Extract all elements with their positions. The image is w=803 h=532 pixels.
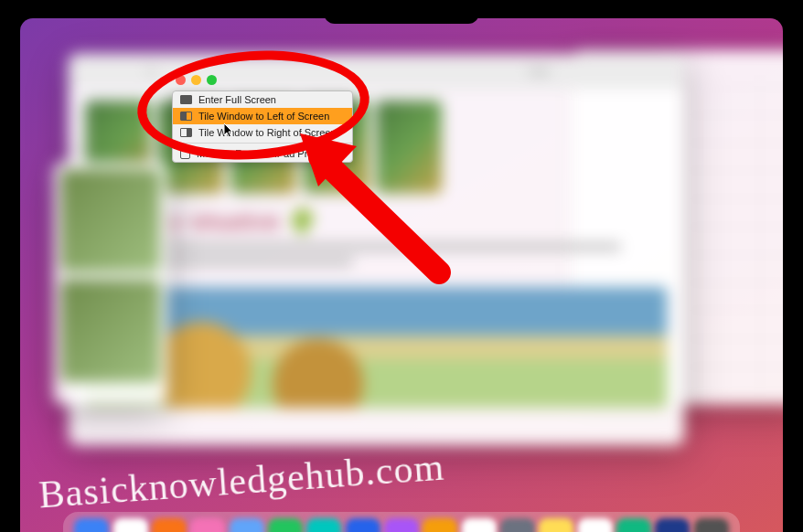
menu-separator: [173, 143, 352, 144]
toolbar-view-label: Vi: [147, 67, 155, 77]
tile-right-icon: [180, 128, 192, 137]
menu-item-enter-full-screen[interactable]: Enter Full Screen: [173, 91, 352, 108]
menu-item-label: Enter Full Screen: [198, 94, 276, 105]
fullscreen-icon: [180, 95, 192, 104]
window-traffic-lights: [172, 71, 391, 90]
menu-item-tile-left[interactable]: Tile Window to Left of Screen: [173, 108, 352, 124]
fullscreen-window-button[interactable]: [207, 75, 217, 85]
dock-app-icon[interactable]: [694, 518, 729, 532]
note-body-text: [85, 241, 667, 271]
close-window-button[interactable]: [176, 75, 186, 85]
menu-item-label: Tile Window to Left of Screen: [198, 111, 329, 122]
note-title: A prickly situation 🌵: [85, 205, 667, 236]
dock-app-icon[interactable]: [462, 518, 497, 532]
background-windows-blurred: Vi Table A prickly situation 🌵: [20, 18, 783, 532]
dock-app-icon[interactable]: [190, 518, 225, 532]
window-layout-menu: Enter Full Screen Tile Window to Left of…: [172, 90, 353, 163]
dock-app-icon[interactable]: [230, 518, 264, 532]
dock-app-icon[interactable]: [500, 518, 535, 532]
ipad-icon: [180, 148, 190, 159]
dock-app-icon[interactable]: [306, 518, 341, 532]
display-notch: [324, 5, 479, 24]
dock-app-icon[interactable]: [616, 518, 651, 532]
dock-app-icon[interactable]: [655, 518, 690, 532]
safari-window: [54, 162, 167, 404]
dock: [63, 512, 740, 532]
green-button-menu-area: Enter Full Screen Tile Window to Left of…: [172, 71, 391, 163]
laptop-frame: Vi Table A prickly situation 🌵: [7, 5, 796, 532]
dock-app-icon[interactable]: [384, 518, 419, 532]
dock-app-icon[interactable]: [539, 518, 573, 532]
dock-app-icon[interactable]: [423, 518, 457, 532]
tile-left-icon: [180, 112, 192, 121]
toolbar-table-label: Table: [528, 67, 550, 77]
dock-app-icon[interactable]: [346, 518, 380, 532]
dock-app-icon[interactable]: [113, 518, 148, 532]
dock-app-icon[interactable]: [152, 518, 187, 532]
desktop: Vi Table A prickly situation 🌵: [20, 18, 783, 532]
dock-app-icon[interactable]: [268, 518, 303, 532]
menu-item-label: Tile Window to Right of Screen: [198, 127, 337, 138]
note-illustration: [85, 287, 667, 409]
menu-item-move-to-ipad[interactable]: Move to Farrah's iPad Pro: [173, 145, 352, 162]
minimize-window-button[interactable]: [191, 75, 201, 85]
dock-app-icon[interactable]: [74, 518, 109, 532]
dock-app-icon[interactable]: [578, 518, 613, 532]
menu-item-tile-right[interactable]: Tile Window to Right of Screen: [173, 124, 352, 141]
menu-item-label: Move to Farrah's iPad Pro: [197, 148, 313, 159]
